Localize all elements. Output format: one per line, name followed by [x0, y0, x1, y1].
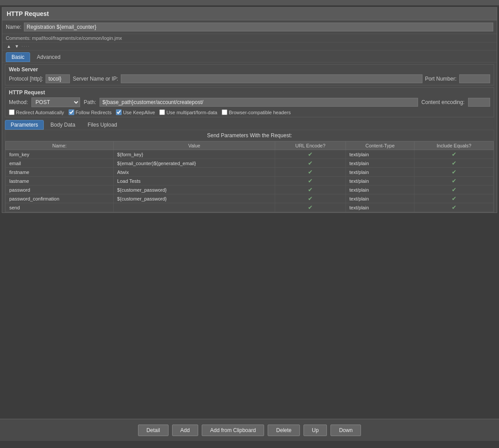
- param-include-equals-cell[interactable]: ✔: [415, 168, 494, 177]
- protocol-input[interactable]: [46, 74, 70, 83]
- checkmark-icon: ✔: [452, 204, 457, 211]
- checkmark-icon: ✔: [452, 195, 457, 202]
- redirect-auto-option[interactable]: Redirect Automatically: [9, 109, 64, 115]
- param-include-equals-cell[interactable]: ✔: [415, 203, 494, 212]
- param-value-cell: [113, 203, 275, 212]
- multipart-option[interactable]: Use multipart/form-data: [159, 109, 217, 115]
- comments-row: Comments: mpaf/tool/fragments/ce/common/…: [2, 34, 497, 42]
- col-include-equals: Include Equals?: [415, 142, 494, 150]
- name-input[interactable]: [24, 23, 493, 31]
- delete-button[interactable]: Delete: [268, 425, 300, 436]
- add-clipboard-button[interactable]: Add from Clipboard: [202, 425, 264, 436]
- param-url-encode-cell[interactable]: ✔: [275, 159, 345, 168]
- panel-title: HTTP Request: [2, 8, 497, 20]
- path-input[interactable]: [100, 98, 418, 107]
- param-content-type-cell: text/plain: [345, 159, 415, 168]
- checkmark-icon: ✔: [452, 151, 457, 158]
- checkmark-icon: ✔: [452, 186, 457, 193]
- param-value-cell: ${customer_password}: [113, 185, 275, 194]
- param-content-type-cell: text/plain: [345, 194, 415, 203]
- param-name-cell: form_key: [6, 150, 114, 159]
- path-label: Path:: [84, 99, 96, 105]
- params-table: Name: Value URL Encode? Content-Type Inc…: [5, 141, 494, 212]
- param-content-type-cell: text/plain: [345, 168, 415, 177]
- param-url-encode-cell[interactable]: ✔: [275, 150, 345, 159]
- up-button[interactable]: Up: [303, 425, 327, 436]
- param-name-cell: password: [6, 185, 114, 194]
- col-content-type: Content-Type: [345, 142, 415, 150]
- param-content-type-cell: text/plain: [345, 203, 415, 212]
- col-url-encode: URL Encode?: [275, 142, 345, 150]
- table-row[interactable]: lastnameLoad Tests✔text/plain✔: [6, 177, 494, 185]
- param-content-type-cell: text/plain: [345, 185, 415, 194]
- detail-button[interactable]: Detail: [138, 425, 169, 436]
- port-input[interactable]: [459, 74, 490, 83]
- param-url-encode-cell[interactable]: ✔: [275, 194, 345, 203]
- checkmark-icon: ✔: [308, 160, 313, 166]
- col-name: Name:: [6, 142, 114, 150]
- param-include-equals-cell[interactable]: ✔: [415, 150, 494, 159]
- checkmark-icon: ✔: [452, 178, 457, 184]
- col-value: Value: [113, 142, 275, 150]
- browser-compat-checkbox[interactable]: [222, 109, 227, 115]
- encoding-input[interactable]: [468, 98, 490, 107]
- tab-parameters[interactable]: Parameters: [5, 120, 44, 130]
- param-include-equals-cell[interactable]: ✔: [415, 185, 494, 194]
- keepalive-option[interactable]: Use KeepAlive: [116, 109, 155, 115]
- protocol-label: Protocol [http]:: [9, 76, 43, 82]
- param-content-type-cell: text/plain: [345, 177, 415, 185]
- param-value-cell: ${form_key}: [113, 150, 275, 159]
- port-label: Port Number:: [425, 76, 457, 82]
- param-value-cell: ${email_counter}${generated_email}: [113, 159, 275, 168]
- bottom-toolbar: Detail Add Add from Clipboard Delete Up …: [0, 419, 499, 441]
- redirect-auto-label: Redirect Automatically: [16, 110, 64, 115]
- http-request-title: HTTP Request: [9, 89, 490, 96]
- redirect-auto-checkbox[interactable]: [9, 109, 15, 115]
- param-name-cell: firstname: [6, 168, 114, 177]
- keepalive-label: Use KeepAlive: [123, 110, 155, 115]
- browser-compat-option[interactable]: Browser-compatible headers: [222, 109, 291, 115]
- keepalive-checkbox[interactable]: [116, 109, 122, 115]
- checkmark-icon: ✔: [308, 169, 313, 175]
- add-button[interactable]: Add: [172, 425, 198, 436]
- tab-advanced[interactable]: Advanced: [31, 52, 66, 62]
- server-label: Server Name or IP:: [73, 76, 118, 82]
- param-url-encode-cell[interactable]: ✔: [275, 168, 345, 177]
- server-input[interactable]: [121, 74, 422, 83]
- table-row[interactable]: email${email_counter}${generated_email}✔…: [6, 159, 494, 168]
- multipart-checkbox[interactable]: [159, 109, 165, 115]
- table-row[interactable]: send✔text/plain✔: [6, 203, 494, 212]
- param-url-encode-cell[interactable]: ✔: [275, 203, 345, 212]
- table-row[interactable]: password_confirmation${customer_password…: [6, 194, 494, 203]
- tab-body-data[interactable]: Body Data: [45, 120, 81, 130]
- dots-separator: ····: [22, 44, 30, 49]
- param-include-equals-cell[interactable]: ✔: [415, 159, 494, 168]
- follow-redirects-option[interactable]: Follow Redirects: [69, 109, 111, 115]
- down-button[interactable]: Down: [330, 425, 361, 436]
- param-include-equals-cell[interactable]: ✔: [415, 177, 494, 185]
- params-title: Send Parameters With the Request:: [5, 130, 494, 141]
- follow-redirects-label: Follow Redirects: [76, 110, 111, 115]
- web-server-title: Web Server: [9, 66, 490, 73]
- table-row[interactable]: firstnameAtwix✔text/plain✔: [6, 168, 494, 177]
- tab-files-upload[interactable]: Files Upload: [82, 120, 123, 130]
- param-content-type-cell: text/plain: [345, 150, 415, 159]
- follow-redirects-checkbox[interactable]: [69, 109, 74, 115]
- collapse-up-btn[interactable]: ▲: [6, 43, 12, 49]
- collapse-down-btn[interactable]: ▼: [14, 43, 20, 49]
- checkmark-icon: ✔: [308, 186, 313, 193]
- param-name-cell: send: [6, 203, 114, 212]
- checkmark-icon: ✔: [308, 195, 313, 202]
- method-select[interactable]: POST GET PUT DELETE: [31, 97, 80, 107]
- tab-basic[interactable]: Basic: [6, 52, 30, 62]
- checkmark-icon: ✔: [452, 160, 457, 166]
- checkmark-icon: ✔: [308, 151, 313, 158]
- param-include-equals-cell[interactable]: ✔: [415, 194, 494, 203]
- checkmark-icon: ✔: [308, 178, 313, 184]
- param-url-encode-cell[interactable]: ✔: [275, 177, 345, 185]
- table-row[interactable]: form_key${form_key}✔text/plain✔: [6, 150, 494, 159]
- method-label: Method:: [9, 99, 28, 105]
- param-name-cell: email: [6, 159, 114, 168]
- table-row[interactable]: password${customer_password}✔text/plain✔: [6, 185, 494, 194]
- param-url-encode-cell[interactable]: ✔: [275, 185, 345, 194]
